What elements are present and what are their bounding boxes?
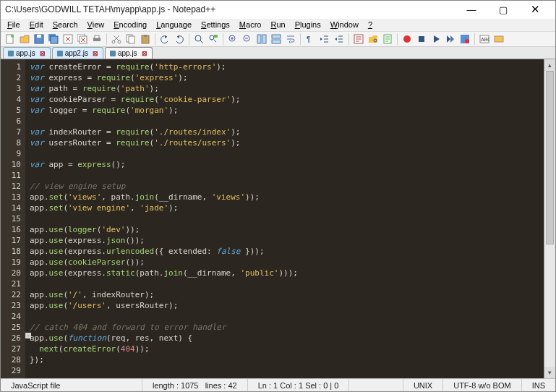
line-number: 11: [1, 170, 21, 181]
code-line[interactable]: [30, 148, 539, 159]
toolbar-separator: [189, 33, 189, 45]
zoom-in-icon[interactable]: [226, 33, 239, 46]
code-line[interactable]: var indexRouter = require('./routes/inde…: [30, 127, 539, 137]
fold-marker-icon[interactable]: -: [25, 333, 31, 338]
code-line[interactable]: // catch 404 and forward to error handle…: [30, 322, 539, 333]
code-line[interactable]: var path = require('path');: [30, 83, 539, 94]
code-line[interactable]: var logger = require('morgan');: [30, 105, 539, 116]
line-number-gutter: 1234567891011121314151617181920212223242…: [1, 59, 25, 378]
menu-plugins[interactable]: Plugins: [291, 19, 325, 30]
code-line[interactable]: [30, 213, 539, 224]
zoom-out-icon[interactable]: [241, 33, 254, 46]
func-list-icon[interactable]: [352, 33, 365, 46]
close-tab-icon[interactable]: ⊠: [142, 50, 147, 57]
replace-icon[interactable]: [207, 33, 220, 46]
code-line[interactable]: var usersRouter = require('./routes/user…: [30, 137, 539, 148]
open-file-icon[interactable]: [18, 33, 31, 46]
file-tab[interactable]: app.js⊠: [105, 47, 153, 59]
code-line[interactable]: // view engine setup: [30, 181, 539, 192]
code-line[interactable]: app.use(express.urlencoded({ extended: f…: [30, 246, 539, 257]
code-line[interactable]: [30, 170, 539, 181]
close-all-icon[interactable]: [76, 33, 89, 46]
save-macro-icon[interactable]: [458, 33, 471, 46]
minimize-button[interactable]: —: [456, 1, 487, 19]
code-line[interactable]: [30, 365, 539, 376]
spellcheck-icon[interactable]: ABC: [478, 33, 491, 46]
sync-v-icon[interactable]: [255, 33, 268, 46]
sync-h-icon[interactable]: [270, 33, 283, 46]
cut-icon[interactable]: [110, 33, 123, 46]
code-line[interactable]: app.set('views', path.join(__dirname, 'v…: [30, 192, 539, 203]
menu-help[interactable]: ?: [364, 19, 377, 30]
menu-search[interactable]: Search: [48, 19, 82, 30]
play-multi-icon[interactable]: [444, 33, 457, 46]
menu-encoding[interactable]: Encoding: [109, 19, 151, 30]
code-line[interactable]: [30, 311, 539, 322]
code-line[interactable]: app.use(express.static(path.join(__dirna…: [30, 268, 539, 278]
stop-macro-icon[interactable]: [415, 33, 428, 46]
maximize-button[interactable]: ▢: [487, 1, 519, 19]
close-tab-icon[interactable]: ⊠: [93, 50, 98, 57]
find-icon[interactable]: [192, 33, 205, 46]
code-line[interactable]: app.use(function(req, res, next) {: [30, 333, 539, 344]
code-line[interactable]: var express = require('express');: [30, 72, 539, 83]
code-line[interactable]: app.use(logger('dev'));: [30, 224, 539, 235]
show-chars-icon[interactable]: ¶: [304, 33, 317, 46]
menu-macro[interactable]: Macro: [235, 19, 266, 30]
code-line[interactable]: app.use('/', indexRouter);: [30, 289, 539, 300]
new-file-icon[interactable]: [4, 33, 17, 46]
tab-label: app.js: [16, 49, 35, 57]
code-line[interactable]: var createError = require('http-errors')…: [30, 61, 539, 72]
indent-icon[interactable]: [318, 33, 331, 46]
folder-view-icon[interactable]: [367, 33, 380, 46]
close-tab-icon[interactable]: ⊠: [40, 50, 46, 57]
menu-settings[interactable]: Settings: [197, 19, 234, 30]
line-number: 4: [1, 94, 21, 105]
close-button[interactable]: ✕: [519, 1, 551, 19]
code-line[interactable]: next(createError(404));: [30, 344, 539, 354]
line-number: 1: [1, 61, 21, 72]
menu-run[interactable]: Run: [266, 19, 289, 30]
menu-window[interactable]: Window: [326, 19, 363, 30]
code-line[interactable]: app.set('view engine', 'jade');: [30, 203, 539, 213]
doc-map-icon[interactable]: [381, 33, 394, 46]
svg-point-30: [403, 35, 411, 43]
toolbar-separator: [155, 33, 155, 45]
copy-icon[interactable]: [124, 33, 137, 46]
code-line[interactable]: app.use(cookieParser());: [30, 257, 539, 268]
undo-icon[interactable]: [158, 33, 171, 46]
code-line[interactable]: });: [30, 354, 539, 365]
toolbar-extra-icon[interactable]: [492, 33, 505, 46]
svg-point-33: [465, 39, 469, 43]
menu-file[interactable]: File: [3, 19, 25, 30]
record-macro-icon[interactable]: [401, 33, 414, 46]
paste-icon[interactable]: [139, 33, 152, 46]
code-line[interactable]: app.use('/users', usersRouter);: [30, 300, 539, 311]
code-line[interactable]: app.use(express.json());: [30, 235, 539, 246]
outdent-icon[interactable]: [333, 33, 346, 46]
menu-view[interactable]: View: [83, 19, 109, 30]
play-macro-icon[interactable]: [429, 33, 442, 46]
scroll-down-icon[interactable]: ▾: [544, 367, 555, 378]
code-line[interactable]: var app = express();: [30, 159, 539, 170]
print-icon[interactable]: [90, 33, 103, 46]
wrap-icon[interactable]: [284, 33, 297, 46]
vertical-scrollbar[interactable]: ▴ ▾: [544, 59, 555, 378]
save-all-icon[interactable]: [47, 33, 60, 46]
code-editor[interactable]: var createError = require('http-errors')…: [25, 59, 544, 378]
menu-edit[interactable]: Edit: [25, 19, 48, 30]
code-line[interactable]: [30, 278, 539, 289]
code-line[interactable]: [30, 116, 539, 127]
file-tab[interactable]: app2.js⊠: [52, 47, 103, 59]
menu-language[interactable]: Language: [152, 19, 196, 30]
line-number: 27: [1, 344, 21, 354]
close-file-icon[interactable]: [61, 33, 74, 46]
redo-icon[interactable]: [173, 33, 186, 46]
scroll-thumb[interactable]: [546, 71, 554, 244]
line-number: 13: [1, 192, 21, 203]
file-tab[interactable]: app.js⊠: [3, 47, 51, 59]
code-line[interactable]: var cookieParser = require('cookie-parse…: [30, 94, 539, 105]
save-icon[interactable]: [33, 33, 46, 46]
status-bar: JavaScript file length : 1075 lines : 42…: [1, 378, 555, 391]
scroll-up-icon[interactable]: ▴: [544, 59, 555, 71]
